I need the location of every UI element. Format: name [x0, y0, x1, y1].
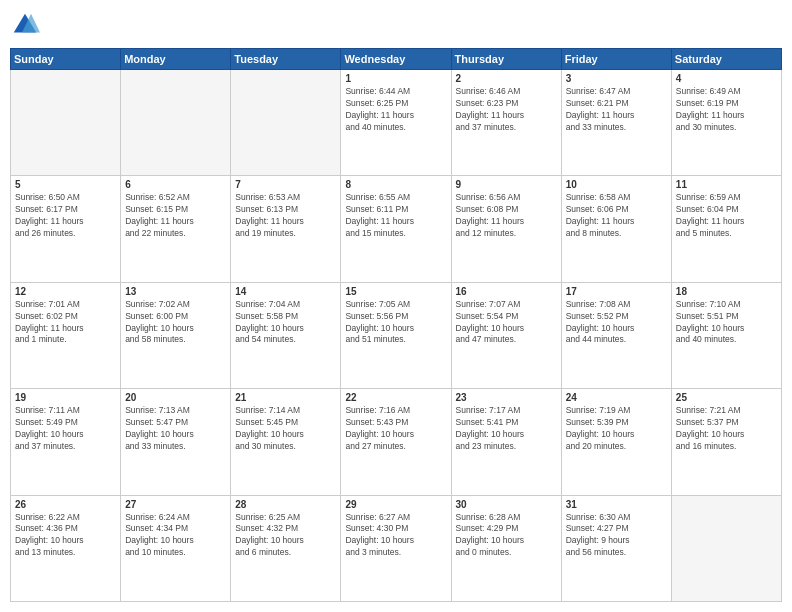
calendar-cell: 19Sunrise: 7:11 AM Sunset: 5:49 PM Dayli…	[11, 389, 121, 495]
calendar-cell: 11Sunrise: 6:59 AM Sunset: 6:04 PM Dayli…	[671, 176, 781, 282]
day-info: Sunrise: 6:27 AM Sunset: 4:30 PM Dayligh…	[345, 512, 446, 560]
day-info: Sunrise: 6:47 AM Sunset: 6:21 PM Dayligh…	[566, 86, 667, 134]
day-number: 14	[235, 286, 336, 297]
calendar-cell: 13Sunrise: 7:02 AM Sunset: 6:00 PM Dayli…	[121, 282, 231, 388]
calendar-cell: 15Sunrise: 7:05 AM Sunset: 5:56 PM Dayli…	[341, 282, 451, 388]
day-info: Sunrise: 6:44 AM Sunset: 6:25 PM Dayligh…	[345, 86, 446, 134]
day-number: 6	[125, 179, 226, 190]
day-number: 9	[456, 179, 557, 190]
calendar-cell: 18Sunrise: 7:10 AM Sunset: 5:51 PM Dayli…	[671, 282, 781, 388]
day-number: 24	[566, 392, 667, 403]
day-info: Sunrise: 6:50 AM Sunset: 6:17 PM Dayligh…	[15, 192, 116, 240]
day-info: Sunrise: 6:28 AM Sunset: 4:29 PM Dayligh…	[456, 512, 557, 560]
day-number: 28	[235, 499, 336, 510]
calendar-cell: 29Sunrise: 6:27 AM Sunset: 4:30 PM Dayli…	[341, 495, 451, 601]
day-number: 12	[15, 286, 116, 297]
day-info: Sunrise: 7:08 AM Sunset: 5:52 PM Dayligh…	[566, 299, 667, 347]
day-number: 13	[125, 286, 226, 297]
day-info: Sunrise: 7:17 AM Sunset: 5:41 PM Dayligh…	[456, 405, 557, 453]
day-info: Sunrise: 7:13 AM Sunset: 5:47 PM Dayligh…	[125, 405, 226, 453]
day-info: Sunrise: 6:55 AM Sunset: 6:11 PM Dayligh…	[345, 192, 446, 240]
day-info: Sunrise: 6:24 AM Sunset: 4:34 PM Dayligh…	[125, 512, 226, 560]
calendar-cell: 1Sunrise: 6:44 AM Sunset: 6:25 PM Daylig…	[341, 70, 451, 176]
day-number: 20	[125, 392, 226, 403]
day-number: 19	[15, 392, 116, 403]
calendar-cell: 14Sunrise: 7:04 AM Sunset: 5:58 PM Dayli…	[231, 282, 341, 388]
day-info: Sunrise: 6:56 AM Sunset: 6:08 PM Dayligh…	[456, 192, 557, 240]
calendar-cell: 30Sunrise: 6:28 AM Sunset: 4:29 PM Dayli…	[451, 495, 561, 601]
day-info: Sunrise: 6:25 AM Sunset: 4:32 PM Dayligh…	[235, 512, 336, 560]
day-info: Sunrise: 7:05 AM Sunset: 5:56 PM Dayligh…	[345, 299, 446, 347]
calendar-cell: 4Sunrise: 6:49 AM Sunset: 6:19 PM Daylig…	[671, 70, 781, 176]
day-number: 4	[676, 73, 777, 84]
calendar-cell: 27Sunrise: 6:24 AM Sunset: 4:34 PM Dayli…	[121, 495, 231, 601]
day-number: 31	[566, 499, 667, 510]
day-info: Sunrise: 6:30 AM Sunset: 4:27 PM Dayligh…	[566, 512, 667, 560]
day-number: 8	[345, 179, 446, 190]
day-info: Sunrise: 7:11 AM Sunset: 5:49 PM Dayligh…	[15, 405, 116, 453]
day-number: 30	[456, 499, 557, 510]
calendar-cell: 2Sunrise: 6:46 AM Sunset: 6:23 PM Daylig…	[451, 70, 561, 176]
calendar-cell: 16Sunrise: 7:07 AM Sunset: 5:54 PM Dayli…	[451, 282, 561, 388]
weekday-header-thursday: Thursday	[451, 49, 561, 70]
calendar-cell: 25Sunrise: 7:21 AM Sunset: 5:37 PM Dayli…	[671, 389, 781, 495]
day-number: 2	[456, 73, 557, 84]
day-number: 23	[456, 392, 557, 403]
day-info: Sunrise: 6:22 AM Sunset: 4:36 PM Dayligh…	[15, 512, 116, 560]
day-info: Sunrise: 6:46 AM Sunset: 6:23 PM Dayligh…	[456, 86, 557, 134]
calendar-cell	[231, 70, 341, 176]
day-info: Sunrise: 7:21 AM Sunset: 5:37 PM Dayligh…	[676, 405, 777, 453]
day-number: 16	[456, 286, 557, 297]
day-number: 26	[15, 499, 116, 510]
calendar: SundayMondayTuesdayWednesdayThursdayFrid…	[10, 48, 782, 602]
calendar-cell: 3Sunrise: 6:47 AM Sunset: 6:21 PM Daylig…	[561, 70, 671, 176]
calendar-cell	[121, 70, 231, 176]
week-row-5: 26Sunrise: 6:22 AM Sunset: 4:36 PM Dayli…	[11, 495, 782, 601]
weekday-header-tuesday: Tuesday	[231, 49, 341, 70]
week-row-1: 1Sunrise: 6:44 AM Sunset: 6:25 PM Daylig…	[11, 70, 782, 176]
day-number: 11	[676, 179, 777, 190]
day-info: Sunrise: 7:04 AM Sunset: 5:58 PM Dayligh…	[235, 299, 336, 347]
calendar-cell: 24Sunrise: 7:19 AM Sunset: 5:39 PM Dayli…	[561, 389, 671, 495]
day-number: 27	[125, 499, 226, 510]
logo-icon	[10, 10, 40, 40]
day-number: 22	[345, 392, 446, 403]
calendar-cell: 23Sunrise: 7:17 AM Sunset: 5:41 PM Dayli…	[451, 389, 561, 495]
calendar-cell	[11, 70, 121, 176]
day-number: 29	[345, 499, 446, 510]
day-info: Sunrise: 7:16 AM Sunset: 5:43 PM Dayligh…	[345, 405, 446, 453]
calendar-cell: 9Sunrise: 6:56 AM Sunset: 6:08 PM Daylig…	[451, 176, 561, 282]
page: SundayMondayTuesdayWednesdayThursdayFrid…	[0, 0, 792, 612]
day-info: Sunrise: 6:59 AM Sunset: 6:04 PM Dayligh…	[676, 192, 777, 240]
header	[10, 10, 782, 40]
calendar-cell: 10Sunrise: 6:58 AM Sunset: 6:06 PM Dayli…	[561, 176, 671, 282]
day-info: Sunrise: 6:52 AM Sunset: 6:15 PM Dayligh…	[125, 192, 226, 240]
day-number: 17	[566, 286, 667, 297]
day-info: Sunrise: 7:19 AM Sunset: 5:39 PM Dayligh…	[566, 405, 667, 453]
calendar-cell: 22Sunrise: 7:16 AM Sunset: 5:43 PM Dayli…	[341, 389, 451, 495]
weekday-header-monday: Monday	[121, 49, 231, 70]
day-number: 3	[566, 73, 667, 84]
calendar-cell: 31Sunrise: 6:30 AM Sunset: 4:27 PM Dayli…	[561, 495, 671, 601]
day-number: 15	[345, 286, 446, 297]
day-number: 1	[345, 73, 446, 84]
week-row-2: 5Sunrise: 6:50 AM Sunset: 6:17 PM Daylig…	[11, 176, 782, 282]
week-row-4: 19Sunrise: 7:11 AM Sunset: 5:49 PM Dayli…	[11, 389, 782, 495]
calendar-cell: 7Sunrise: 6:53 AM Sunset: 6:13 PM Daylig…	[231, 176, 341, 282]
weekday-header-wednesday: Wednesday	[341, 49, 451, 70]
day-info: Sunrise: 7:01 AM Sunset: 6:02 PM Dayligh…	[15, 299, 116, 347]
calendar-cell: 6Sunrise: 6:52 AM Sunset: 6:15 PM Daylig…	[121, 176, 231, 282]
day-number: 25	[676, 392, 777, 403]
day-info: Sunrise: 6:49 AM Sunset: 6:19 PM Dayligh…	[676, 86, 777, 134]
day-number: 5	[15, 179, 116, 190]
day-number: 18	[676, 286, 777, 297]
day-number: 10	[566, 179, 667, 190]
calendar-cell: 17Sunrise: 7:08 AM Sunset: 5:52 PM Dayli…	[561, 282, 671, 388]
day-info: Sunrise: 7:10 AM Sunset: 5:51 PM Dayligh…	[676, 299, 777, 347]
day-info: Sunrise: 6:58 AM Sunset: 6:06 PM Dayligh…	[566, 192, 667, 240]
weekday-header-row: SundayMondayTuesdayWednesdayThursdayFrid…	[11, 49, 782, 70]
calendar-cell	[671, 495, 781, 601]
weekday-header-saturday: Saturday	[671, 49, 781, 70]
day-info: Sunrise: 7:07 AM Sunset: 5:54 PM Dayligh…	[456, 299, 557, 347]
day-number: 21	[235, 392, 336, 403]
